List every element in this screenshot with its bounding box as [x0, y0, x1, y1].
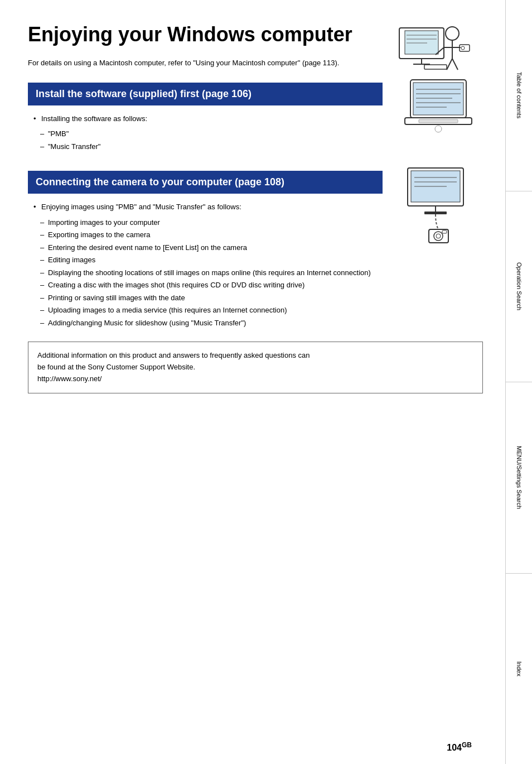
section1-bullet-item: Installing the software as follows: — [33, 113, 383, 124]
svg-line-10 — [447, 59, 452, 70]
section1-dash-item-0: "PMB" — [40, 128, 383, 140]
svg-rect-36 — [442, 230, 447, 233]
section2-item-4: Displaying the shooting locations of sti… — [40, 267, 383, 278]
sidebar-tab-operation[interactable]: Operation Search — [506, 191, 532, 383]
section2-item-6: Printing or saving still images with the… — [40, 292, 383, 304]
section2: Connecting the camera to your computer (… — [28, 165, 483, 330]
info-box: Additional information on this product a… — [28, 342, 483, 393]
svg-point-15 — [461, 46, 465, 50]
section2-item-5: Creating a disc with the images shot (th… — [40, 280, 383, 291]
section2-item-3: Editing images — [40, 254, 383, 266]
svg-rect-32 — [424, 212, 447, 214]
svg-rect-24 — [419, 119, 458, 123]
main-content: Enjoying your Windows computer — [0, 0, 505, 764]
svg-rect-1 — [405, 31, 438, 54]
section1-dash-list: "PMB" "Music Transfer" — [40, 128, 383, 152]
section2-bullet-item: Enjoying images using "PMB" and "Music T… — [33, 201, 383, 213]
sidebar-tab-menu[interactable]: MENU/Settings Search — [506, 382, 532, 574]
section2-text: Connecting the camera to your computer (… — [28, 165, 394, 330]
section1-bullet-list: Installing the software as follows: — [33, 113, 383, 124]
info-line2: be found at the Sony Customer Support We… — [37, 363, 195, 371]
section2-item-7: Uploading images to a media service (thi… — [40, 305, 383, 316]
section1-text: Install the software (supplied) first (p… — [28, 77, 394, 155]
section2-item-0: Importing images to your computer — [40, 217, 383, 228]
section2-bullet-list: Enjoying images using "PMB" and "Music T… — [33, 201, 383, 213]
sidebar-tab-index[interactable]: Index — [506, 574, 532, 765]
section2-item-1: Exporting images to the camera — [40, 229, 383, 241]
section2-header: Connecting the camera to your computer (… — [28, 171, 383, 194]
section2-image — [394, 165, 483, 254]
section2-item-2: Entering the desired event name to [Even… — [40, 242, 383, 253]
svg-point-34 — [434, 232, 443, 241]
section2-item-8: Adding/changing Music for slideshow (usi… — [40, 318, 383, 329]
top-illustration — [388, 17, 472, 95]
svg-point-35 — [436, 234, 441, 238]
sidebar-tab-toc[interactable]: Table of contents — [506, 0, 532, 191]
svg-point-25 — [435, 126, 442, 132]
section2-dash-list: Importing images to your computer Export… — [40, 217, 383, 329]
info-url: http://www.sony.net/ — [37, 374, 101, 383]
svg-point-7 — [446, 27, 459, 40]
svg-line-11 — [452, 59, 458, 70]
page-number: 104GB — [447, 741, 472, 753]
right-sidebar: Table of contents Operation Search MENU/… — [505, 0, 532, 764]
info-line1: Additional information on this product a… — [37, 351, 310, 359]
section1-dash-item-1: "Music Transfer" — [40, 141, 383, 152]
section1-header: Install the software (supplied) first (p… — [28, 83, 383, 105]
svg-rect-13 — [424, 65, 447, 69]
